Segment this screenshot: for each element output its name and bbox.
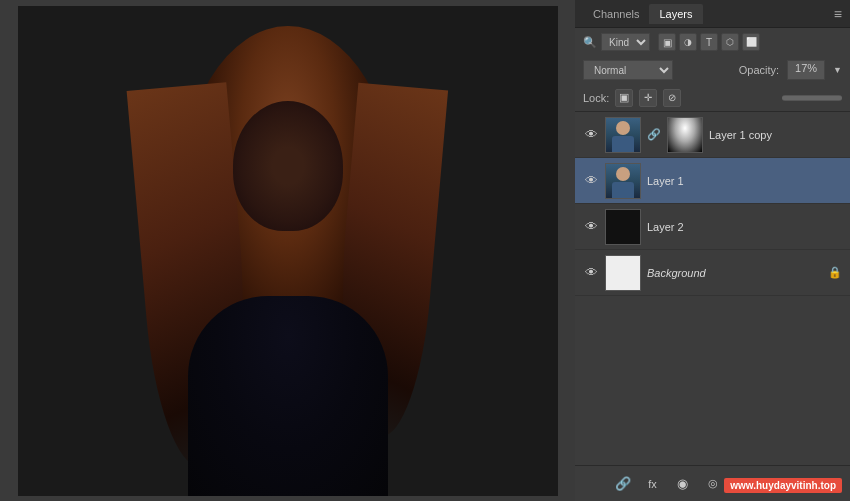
filter-row: 🔍 Kind ▣ ◑ T ⬡ ⬜ [575, 28, 850, 56]
lock-position-btn[interactable]: ✛ [639, 89, 657, 107]
layer-name: Layer 1 copy [709, 129, 842, 141]
filter-text-btn[interactable]: T [700, 33, 718, 51]
layer-mask-thumbnail [667, 117, 703, 153]
layer-lock-icon: 🔒 [828, 266, 842, 279]
tab-channels[interactable]: Channels [583, 4, 649, 24]
layer-visibility-toggle[interactable]: 👁 [583, 219, 599, 235]
layer-name: Layer 2 [647, 221, 842, 233]
lock-row: Lock: ▣ ✛ ⊘ [575, 84, 850, 112]
layer-visibility-toggle[interactable]: 👁 [583, 173, 599, 189]
new-adjustment-btn[interactable]: ◎ [702, 473, 724, 495]
filter-pixel-btn[interactable]: ▣ [658, 33, 676, 51]
layer-row[interactable]: 👁 Background 🔒 [575, 250, 850, 296]
filter-smartobj-btn[interactable]: ⬜ [742, 33, 760, 51]
layer-row[interactable]: 👁 🔗 Layer 1 copy [575, 112, 850, 158]
lock-all-btn[interactable]: ⊘ [663, 89, 681, 107]
opacity-input[interactable]: 17% [787, 60, 825, 80]
fill-track [782, 96, 842, 100]
blend-mode-dropdown[interactable]: Normal [583, 60, 673, 80]
filter-shape-btn[interactable]: ⬡ [721, 33, 739, 51]
layer-mask-btn[interactable]: ◉ [672, 473, 694, 495]
layer-thumbnail [605, 117, 641, 153]
lock-label: Lock: [583, 92, 609, 104]
filter-kind-dropdown[interactable]: Kind [601, 33, 650, 51]
face [233, 101, 343, 231]
layer-visibility-toggle[interactable]: 👁 [583, 265, 599, 281]
fill-slider[interactable] [782, 95, 842, 101]
layer-visibility-toggle[interactable]: 👁 [583, 127, 599, 143]
canvas-image [18, 6, 558, 496]
layer-thumbnail [605, 255, 641, 291]
chain-icon: 🔗 [647, 128, 661, 141]
layer-name: Background [647, 267, 822, 279]
tabs-bar: Channels Layers ≡ [575, 0, 850, 28]
panel-menu-button[interactable]: ≡ [834, 6, 842, 22]
layer-name: Layer 1 [647, 175, 842, 187]
filter-icons: ▣ ◑ T ⬡ ⬜ [658, 33, 760, 51]
layer-thumbnail [605, 163, 641, 199]
layers-list: 👁 🔗 Layer 1 copy 👁 [575, 112, 850, 296]
filter-adj-btn[interactable]: ◑ [679, 33, 697, 51]
layer-row[interactable]: 👁 Layer 2 [575, 204, 850, 250]
layer-thumbnail [605, 209, 641, 245]
link-layers-btn[interactable]: 🔗 [612, 473, 634, 495]
canvas-area [0, 0, 575, 501]
tab-layers[interactable]: Layers [649, 4, 702, 24]
search-icon: 🔍 [583, 36, 597, 49]
layer-row[interactable]: 👁 Layer 1 [575, 158, 850, 204]
panels-area: Channels Layers ≡ 🔍 Kind ▣ ◑ T ⬡ ⬜ Norma… [575, 0, 850, 501]
watermark: www.huydayvitinh.top [724, 478, 842, 493]
layer-fx-btn[interactable]: fx [642, 473, 664, 495]
opacity-label: Opacity: [739, 64, 779, 76]
layers-panel: 🔍 Kind ▣ ◑ T ⬡ ⬜ Normal Opacity: 17% ▼ L… [575, 28, 850, 296]
lock-pixels-btn[interactable]: ▣ [615, 89, 633, 107]
blend-row: Normal Opacity: 17% ▼ [575, 56, 850, 84]
body [188, 296, 388, 496]
opacity-dropdown-arrow[interactable]: ▼ [833, 65, 842, 75]
person-silhouette [128, 6, 448, 496]
